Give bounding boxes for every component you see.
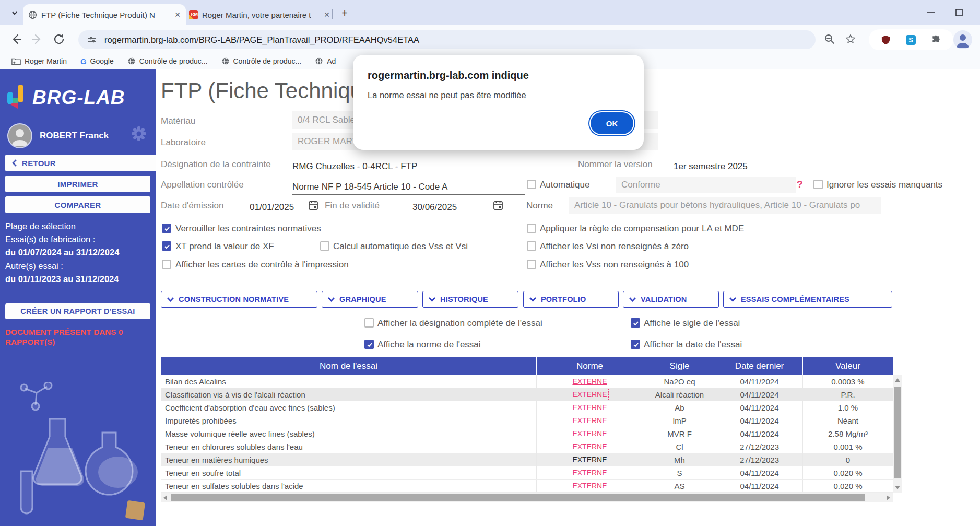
externe-link[interactable]: EXTERNE <box>572 482 607 490</box>
ignorer-checkbox[interactable] <box>813 180 823 189</box>
bookmark-star-icon[interactable] <box>845 33 858 47</box>
col-date[interactable]: Date dernier <box>716 357 803 375</box>
document-note: DOCUMENT PRÉSENT DANS 0 RAPPORT(S) <box>5 327 151 347</box>
conforme-field: Conforme <box>616 177 796 193</box>
profile-avatar[interactable] <box>953 30 972 49</box>
scroll-left-arrow[interactable] <box>163 495 167 500</box>
date-essai-checkbox[interactable] <box>631 340 640 349</box>
sigle-checkbox[interactable] <box>631 318 640 328</box>
maximize-button[interactable] <box>951 7 967 18</box>
user-avatar <box>7 123 32 148</box>
validite-label: Fin de validité <box>325 201 380 211</box>
norme-essai-checkbox[interactable] <box>364 340 374 349</box>
table-row[interactable]: Teneur en matières humiques EXTERNE Mh 2… <box>161 453 893 466</box>
bookmark-ad[interactable]: Ad <box>315 57 336 65</box>
table-row[interactable]: Teneur en sulfates solubles dans l'acide… <box>161 480 893 493</box>
calcul-checkbox[interactable] <box>320 241 329 251</box>
comparer-button[interactable]: COMPARER <box>5 196 150 213</box>
tab-close-icon[interactable]: ✕ <box>174 10 181 19</box>
externe-link[interactable]: EXTERNE <box>572 469 607 477</box>
url-text: rogermartin.brg-lab.com/BRG-LAB/PAGE_Pla… <box>104 35 419 45</box>
automatique-checkbox[interactable] <box>527 180 536 189</box>
externe-link[interactable]: EXTERNE <box>572 390 607 399</box>
extensions-pill: S <box>869 29 953 50</box>
stylus-s-icon[interactable]: S <box>906 35 916 45</box>
table-row[interactable]: Teneur en chlorures solubles dans l'eau … <box>161 440 893 453</box>
accordion-validation[interactable]: VALIDATION <box>623 291 719 308</box>
verrouiller-checkbox[interactable] <box>162 224 171 233</box>
emission-label: Date d'émission <box>161 201 223 211</box>
calendar-icon[interactable] <box>308 200 318 211</box>
col-norme[interactable]: Norme <box>537 357 643 375</box>
appellation-input[interactable]: Norme NF P 18-545 Article 10 - Code A <box>292 175 525 195</box>
col-nom[interactable]: Nom de l'essai <box>161 357 537 375</box>
bookmark-google[interactable]: G Google <box>80 57 114 66</box>
designation-complete-checkbox[interactable] <box>364 318 374 328</box>
vss-checkbox[interactable] <box>527 260 536 269</box>
externe-link[interactable]: EXTERNE <box>572 442 607 451</box>
tab-ftp[interactable]: FTP (Fiche Technique Produit) N ✕ <box>23 4 186 25</box>
accordion-portfolio[interactable]: PORTFOLIO <box>523 291 619 308</box>
chevron-down-icon <box>428 297 436 302</box>
bookmark-controle-2[interactable]: Contrôle de produc... <box>221 57 302 65</box>
minimize-button[interactable] <box>923 7 939 18</box>
externe-link[interactable]: EXTERNE <box>572 377 607 385</box>
table-row[interactable]: Teneur en soufre total EXTERNE S 04/11/2… <box>161 466 893 480</box>
table-row[interactable]: Bilan des Alcalins EXTERNE Na2O eq 04/11… <box>161 375 893 388</box>
zoom-icon[interactable] <box>824 33 837 47</box>
accordion-construction-normative[interactable]: CONSTRUCTION NORMATIVE <box>161 291 317 308</box>
retour-button[interactable]: RETOUR <box>5 155 156 171</box>
externe-link[interactable]: EXTERNE <box>572 416 607 425</box>
accordion-historique[interactable]: HISTORIQUE <box>422 291 518 308</box>
tab-close-icon[interactable]: ✕ <box>324 10 330 19</box>
table-row-selected[interactable]: Classification vis à vis de l'alcali réa… <box>161 388 893 401</box>
scroll-thumb[interactable] <box>894 387 901 478</box>
scroll-up-arrow[interactable] <box>895 378 900 382</box>
back-button[interactable] <box>9 32 23 46</box>
forward-button[interactable] <box>30 32 44 46</box>
table-horizontal-scrollbar[interactable] <box>161 493 893 502</box>
tab-roger-martin[interactable]: RM Roger Martin, votre partenaire t ✕ <box>184 5 335 24</box>
validite-input[interactable]: 30/06/2025 <box>412 196 486 215</box>
vsi-checkbox[interactable] <box>527 241 536 251</box>
scroll-down-arrow[interactable] <box>895 486 900 489</box>
cartes-label: Afficher les cartes de contrôle à l'impr… <box>175 260 349 270</box>
table-row[interactable]: Impuretés prohibées EXTERNE ImP 04/11/20… <box>161 414 893 427</box>
tab-search-button[interactable] <box>7 6 22 20</box>
table-row[interactable]: Masse volumique réelle avec fines (sable… <box>161 427 893 440</box>
version-input[interactable]: 1er semestre 2025 <box>674 155 842 174</box>
creer-rapport-button[interactable]: CRÉER UN RAPPORT D'ESSAI <box>5 303 150 319</box>
scroll-thumb[interactable] <box>171 494 865 501</box>
table-vertical-scrollbar[interactable] <box>893 375 902 493</box>
table-row[interactable]: Coefficient d'absorption d'eau avec fine… <box>161 401 893 414</box>
imprimer-button[interactable]: IMPRIMER <box>5 176 150 192</box>
extensions-puzzle-icon[interactable] <box>931 34 941 45</box>
col-sigle[interactable]: Sigle <box>643 357 716 375</box>
bookmark-controle-1[interactable]: Contrôle de produc... <box>127 57 208 65</box>
externe-link[interactable]: EXTERNE <box>572 455 607 464</box>
cartes-checkbox[interactable] <box>162 260 171 269</box>
ok-button[interactable]: OK <box>589 111 634 135</box>
xt-checkbox[interactable] <box>162 241 171 251</box>
externe-link[interactable]: EXTERNE <box>572 403 607 412</box>
bookmark-roger-martin[interactable]: Roger Martin <box>11 57 67 65</box>
externe-link[interactable]: EXTERNE <box>572 429 607 438</box>
help-question-mark[interactable]: ? <box>797 179 803 190</box>
accordion-essais-complementaires[interactable]: ESSAIS COMPLÉMENTAIRES <box>723 291 892 308</box>
new-tab-button[interactable]: + <box>338 7 351 20</box>
compensation-checkbox[interactable] <box>527 224 536 233</box>
ublock-shield-icon[interactable] <box>881 35 891 45</box>
reload-button[interactable] <box>52 32 66 46</box>
designation-input[interactable]: RMG Chuzelles - 0-4RCL - FTP <box>292 155 595 174</box>
site-info-icon[interactable] <box>87 34 97 45</box>
settings-gear-icon[interactable] <box>131 125 147 142</box>
url-bar[interactable]: rogermartin.brg-lab.com/BRG-LAB/PAGE_Pla… <box>78 30 816 49</box>
col-valeur[interactable]: Valeur <box>803 357 893 375</box>
tab-title: Roger Martin, votre partenaire t <box>202 10 320 19</box>
scroll-right-arrow[interactable] <box>887 495 890 500</box>
fabrication-range: du 01/07/2024 au 31/12/2024 <box>5 248 119 258</box>
emission-input[interactable]: 01/01/2025 <box>250 196 306 215</box>
calendar-icon[interactable] <box>493 200 503 211</box>
laboratoire-label: Laboratoire <box>161 137 206 148</box>
accordion-graphique[interactable]: GRAPHIQUE <box>322 291 418 308</box>
